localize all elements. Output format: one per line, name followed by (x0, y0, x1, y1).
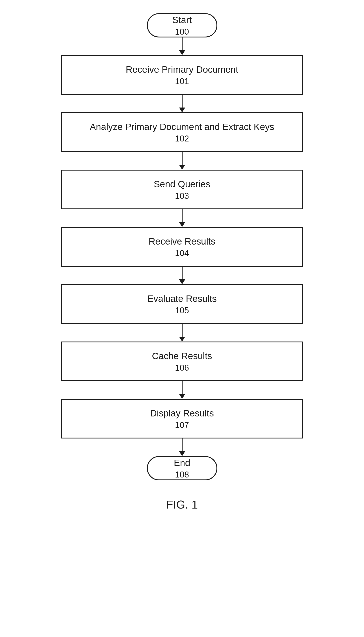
node-send-queries-label: Send Queries (154, 178, 210, 190)
arrow-line (182, 381, 182, 394)
node-receive-primary: Receive Primary Document 101 (61, 55, 303, 95)
fig-label: FIG. 1 (166, 498, 198, 511)
node-evaluate-results-label: Evaluate Results (147, 293, 217, 305)
arrow-3 (179, 152, 185, 170)
arrow-head (179, 394, 185, 399)
node-send-queries: Send Queries 103 (61, 170, 303, 209)
arrow-head (179, 279, 185, 284)
arrow-head (179, 222, 185, 227)
node-start: Start 100 (147, 13, 217, 38)
arrow-5 (179, 267, 185, 284)
arrow-8 (179, 438, 185, 456)
node-start-number: 100 (175, 27, 189, 37)
arrow-line (182, 438, 182, 451)
node-analyze-primary-number: 102 (175, 134, 189, 144)
arrow-head (179, 451, 185, 456)
arrow-line (182, 324, 182, 337)
node-analyze-primary: Analyze Primary Document and Extract Key… (61, 112, 303, 152)
arrow-1 (179, 38, 185, 55)
arrow-line (182, 267, 182, 279)
node-start-label: Start (172, 14, 192, 26)
node-cache-results-label: Cache Results (152, 350, 212, 362)
node-receive-results-number: 104 (175, 249, 189, 258)
arrow-2 (179, 95, 185, 112)
arrow-line (182, 95, 182, 108)
arrow-6 (179, 324, 185, 342)
arrow-head (179, 108, 185, 112)
node-send-queries-number: 103 (175, 191, 189, 201)
node-display-results: Display Results 107 (61, 399, 303, 438)
arrow-line (182, 209, 182, 222)
arrow-head (179, 165, 185, 170)
arrow-head (179, 50, 185, 55)
node-receive-results-label: Receive Results (149, 236, 215, 248)
node-evaluate-results-number: 105 (175, 306, 189, 315)
arrow-4 (179, 209, 185, 227)
node-cache-results: Cache Results 106 (61, 342, 303, 381)
node-end-label: End (174, 457, 190, 469)
arrow-line (182, 152, 182, 165)
node-display-results-number: 107 (175, 420, 189, 430)
node-display-results-label: Display Results (150, 407, 214, 419)
arrow-line (182, 38, 182, 50)
node-receive-results: Receive Results 104 (61, 227, 303, 267)
page: Start 100 Receive Primary Document 101 A… (0, 0, 364, 637)
node-analyze-primary-label: Analyze Primary Document and Extract Key… (90, 121, 274, 133)
node-end-number: 108 (175, 470, 189, 479)
arrow-head (179, 337, 185, 342)
node-end: End 108 (147, 456, 217, 480)
flowchart: Start 100 Receive Primary Document 101 A… (0, 13, 364, 511)
arrow-7 (179, 381, 185, 399)
node-receive-primary-number: 101 (175, 77, 189, 86)
node-evaluate-results: Evaluate Results 105 (61, 284, 303, 324)
node-receive-primary-label: Receive Primary Document (126, 64, 238, 76)
node-cache-results-number: 106 (175, 363, 189, 373)
